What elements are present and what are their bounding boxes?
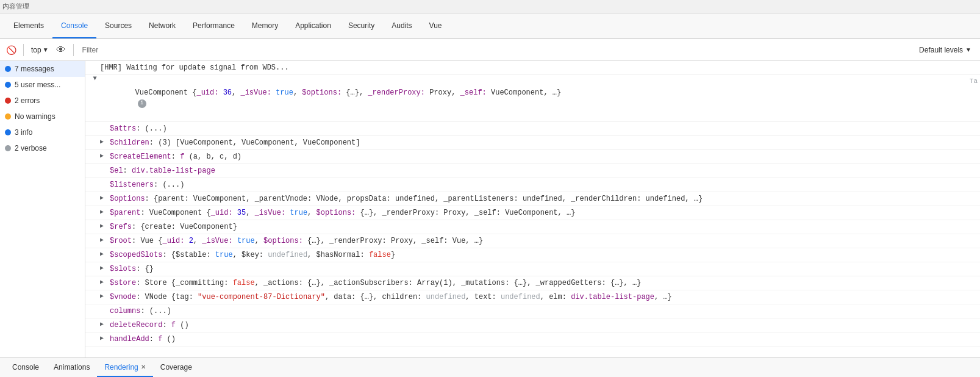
bottom-tab-console-label: Console <box>12 363 39 372</box>
bottom-tab-coverage[interactable]: Coverage <box>153 358 199 377</box>
console-line-options[interactable]: ▶ $options: {parent: VueComponent, _pare… <box>85 192 980 206</box>
filter-input[interactable] <box>79 45 912 56</box>
dot-info <box>5 129 11 135</box>
vnode-text: $vnode: VNode {tag: "vue-component-87-Di… <box>110 292 978 303</box>
toolbar-divider-1 <box>23 44 24 56</box>
sidebar-item-verbose[interactable]: 2 verbose <box>0 140 85 156</box>
console-line-listeners: ▶ $listeners: (...) <box>85 178 980 192</box>
toolbar-divider-2 <box>73 44 74 56</box>
root-text: $root: Vue {_uid: 2, _isVue: true, $opti… <box>110 235 978 246</box>
eye-icon-button[interactable]: 👁 <box>54 43 68 57</box>
rendering-close-button[interactable]: ✕ <box>141 364 146 370</box>
console-line-children[interactable]: ▶ $children: (3) [VueComponent, VueCompo… <box>85 136 980 150</box>
expand-arrow-refs[interactable]: ▶ <box>100 221 109 231</box>
expand-arrow-handleadd[interactable]: ▶ <box>100 334 109 343</box>
deleterecord-text: deleteRecord: f () <box>110 320 978 331</box>
parent-text: $parent: VueComponent {_uid: 35, _isVue:… <box>110 207 978 218</box>
dot-warnings <box>5 113 11 120</box>
console-line-parent[interactable]: ▶ $parent: VueComponent {_uid: 35, _isVu… <box>85 206 980 220</box>
console-line-attrs: ▶ $attrs: (...) <box>85 122 980 136</box>
tab-application[interactable]: Application <box>287 13 340 38</box>
expand-arrow-createelement[interactable]: ▶ <box>100 151 109 160</box>
listeners-text: $listeners: (...) <box>110 179 978 190</box>
context-label: top <box>31 46 41 54</box>
expand-arrow-deleterecord[interactable]: ▶ <box>100 320 109 329</box>
bottom-tab-animations[interactable]: Animations <box>46 358 97 377</box>
bottom-tab-rendering-label: Rendering <box>104 363 138 372</box>
sidebar-item-warnings[interactable]: No warnings <box>0 109 85 124</box>
tab-sources[interactable]: Sources <box>96 13 140 38</box>
sidebar-item-info[interactable]: 3 info <box>0 124 85 140</box>
bottom-tab-console[interactable]: Console <box>5 358 46 377</box>
tab-security[interactable]: Security <box>340 13 383 38</box>
tab-performance[interactable]: Performance <box>184 13 243 38</box>
clear-console-button[interactable]: 🚫 <box>4 43 18 57</box>
expand-arrow-scopedslots[interactable]: ▶ <box>100 250 109 259</box>
hmr-text: [HMR] Waiting for update signal from WDS… <box>100 62 978 73</box>
tab-network[interactable]: Network <box>140 13 184 38</box>
sidebar-label-info: 3 info <box>15 128 32 137</box>
levels-dropdown-arrow: ▼ <box>965 46 971 53</box>
sidebar-item-user-messages[interactable]: 5 user mess... <box>0 77 85 93</box>
sidebar-item-messages[interactable]: 7 messages <box>0 61 85 77</box>
bottom-tab-bar: Console Animations Rendering ✕ Coverage <box>0 357 980 377</box>
console-line-root[interactable]: ▶ $root: Vue {_uid: 2, _isVue: true, $op… <box>85 234 980 248</box>
store-text: $store: Store {_committing: false, _acti… <box>110 278 978 289</box>
expand-arrow-vnode[interactable]: ▶ <box>100 292 109 301</box>
console-line-store[interactable]: ▶ $store: Store {_committing: false, _ac… <box>85 276 980 290</box>
console-line-columns: ▶ columns: (...) <box>85 304 980 318</box>
sidebar-label-verbose: 2 verbose <box>15 144 47 153</box>
top-bar: 内容管理 <box>0 0 980 13</box>
context-selector[interactable]: top ▼ <box>29 45 51 56</box>
console-line-refs[interactable]: ▶ $refs: {create: VueComponent} <box>85 220 980 234</box>
console-line-handleadd[interactable]: ▶ handleAdd: f () <box>85 332 980 346</box>
bottom-tab-animations-label: Animations <box>54 363 90 372</box>
expand-arrow-options[interactable]: ▶ <box>100 193 109 203</box>
top-bar-label: 内容管理 <box>2 2 29 11</box>
line-source-right: Ta <box>965 76 978 87</box>
refs-text: $refs: {create: VueComponent} <box>110 221 978 232</box>
console-output[interactable]: ▶ [HMR] Waiting for update signal from W… <box>85 61 980 357</box>
tab-memory[interactable]: Memory <box>243 13 287 38</box>
console-line-deleterecord[interactable]: ▶ deleteRecord: f () <box>85 318 980 332</box>
sidebar-label-user-messages: 5 user mess... <box>15 81 60 89</box>
info-icon[interactable]: i <box>138 99 146 108</box>
expand-arrow-children[interactable]: ▶ <box>100 137 109 146</box>
console-line-scopedslots[interactable]: ▶ $scopedSlots: {$stable: true, $key: un… <box>85 248 980 262</box>
console-line-slots[interactable]: ▶ $slots: {} <box>85 262 980 276</box>
toolbar: 🚫 top ▼ 👁 Default levels ▼ <box>0 39 980 61</box>
createelement-text: $createElement: f (a, b, c, d) <box>110 151 978 162</box>
sidebar-label-messages: 7 messages <box>15 65 54 73</box>
expand-arrow-root[interactable]: ▶ <box>100 235 109 245</box>
tab-audits[interactable]: Audits <box>383 13 420 38</box>
tab-bar: Elements Console Sources Network Perform… <box>0 13 980 39</box>
console-line-hmr: ▶ [HMR] Waiting for update signal from W… <box>85 61 980 75</box>
default-levels-button[interactable]: Default levels ▼ <box>914 44 976 56</box>
console-line-vue-root[interactable]: ▶ VueComponent {_uid: 36, _isVue: true, … <box>85 75 980 122</box>
slots-text: $slots: {} <box>110 264 978 275</box>
sidebar: 7 messages 5 user mess... 2 errors No wa… <box>0 61 85 357</box>
el-text: $el: div.table-list-page <box>110 165 978 176</box>
console-line-createelement[interactable]: ▶ $createElement: f (a, b, c, d) <box>85 150 980 164</box>
children-text: $children: (3) [VueComponent, VueCompone… <box>110 137 978 148</box>
dot-user-messages <box>5 82 11 88</box>
expand-arrow-parent[interactable]: ▶ <box>100 207 109 217</box>
expand-arrow-store[interactable]: ▶ <box>100 278 109 287</box>
tab-elements[interactable]: Elements <box>5 13 52 38</box>
dot-verbose <box>5 145 11 151</box>
sidebar-item-errors[interactable]: 2 errors <box>0 93 85 109</box>
handleadd-text: handleAdd: f () <box>110 334 978 345</box>
expand-arrow-slots[interactable]: ▶ <box>100 264 109 273</box>
tab-console[interactable]: Console <box>52 13 96 38</box>
sidebar-label-warnings: No warnings <box>15 112 55 121</box>
bottom-tab-coverage-label: Coverage <box>160 363 192 372</box>
expand-arrow-vue-root[interactable]: ▶ <box>90 77 99 85</box>
bottom-tab-rendering[interactable]: Rendering ✕ <box>97 358 152 377</box>
sidebar-label-errors: 2 errors <box>15 96 40 105</box>
scopedslots-text: $scopedSlots: {$stable: true, $key: unde… <box>110 250 978 260</box>
options-text: $options: {parent: VueComponent, _parent… <box>110 193 978 204</box>
dot-errors <box>5 98 11 104</box>
console-line-vnode[interactable]: ▶ $vnode: VNode {tag: "vue-component-87-… <box>85 290 980 304</box>
attrs-text: $attrs: (...) <box>110 123 978 134</box>
tab-vue[interactable]: Vue <box>421 13 451 38</box>
